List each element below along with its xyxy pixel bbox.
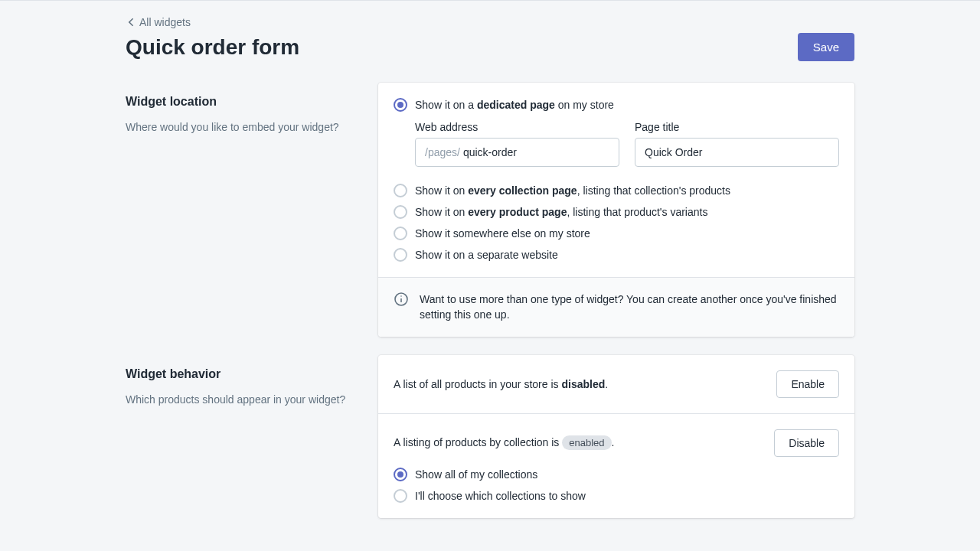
radio-choose-collections[interactable]: I'll choose which collections to show [394,489,839,503]
web-address-input-wrap[interactable]: /pages/ [415,138,619,167]
section-desc-location: Where would you like to embed your widge… [126,119,363,135]
radio-icon [394,489,407,503]
radio-product-page[interactable]: Show it on every product page, listing t… [394,205,839,219]
radio-label: Show it somewhere else on my store [415,227,590,240]
section-title-location: Widget location [126,95,363,109]
web-address-input[interactable] [463,146,609,158]
radio-icon [394,227,407,240]
card-behavior: A list of all products in your store is … [378,355,854,518]
info-text: Want to use more than one type of widget… [420,292,839,323]
radio-label: I'll choose which collections to show [415,490,586,502]
radio-label: Show it on every product page, listing t… [415,206,707,218]
info-banner: Want to use more than one type of widget… [378,277,854,337]
breadcrumb-back[interactable]: All widgets [126,16,191,28]
radio-separate-website[interactable]: Show it on a separate website [394,248,839,262]
radio-label: Show it on a separate website [415,249,558,261]
disable-button[interactable]: Disable [774,429,839,457]
radio-collection-page[interactable]: Show it on every collection page, listin… [394,184,839,197]
radio-label: Show all of my collections [415,468,537,481]
page-title-input-wrap[interactable] [635,138,839,167]
section-title-behavior: Widget behavior [126,367,363,381]
page-title: Quick order form [126,35,299,60]
enable-button[interactable]: Enable [776,370,839,398]
all-products-status: A list of all products in your store is … [394,378,608,390]
enabled-badge: enabled [562,435,611,450]
radio-all-collections[interactable]: Show all of my collections [394,468,839,481]
radio-icon [394,468,407,481]
radio-dedicated-page[interactable]: Show it on a dedicated page on my store [394,98,839,112]
breadcrumb-label: All widgets [139,16,191,28]
radio-icon [394,205,407,219]
section-desc-behavior: Which products should appear in your wid… [126,392,363,407]
by-collection-status: A listing of products by collection is e… [394,435,614,450]
svg-point-2 [400,295,402,297]
radio-icon [394,184,407,197]
save-button[interactable]: Save [798,33,854,61]
card-location: Show it on a dedicated page on my store … [378,83,854,337]
radio-label: Show it on a dedicated page on my store [415,99,614,111]
web-address-prefix: /pages/ [425,146,460,158]
radio-icon [394,98,407,112]
info-icon [394,292,409,307]
chevron-left-icon [126,16,138,28]
page-title-input[interactable] [645,146,829,158]
radio-icon [394,248,407,262]
page-title-label: Page title [635,121,839,133]
radio-elsewhere[interactable]: Show it somewhere else on my store [394,227,839,240]
web-address-label: Web address [415,121,619,133]
radio-label: Show it on every collection page, listin… [415,184,730,197]
